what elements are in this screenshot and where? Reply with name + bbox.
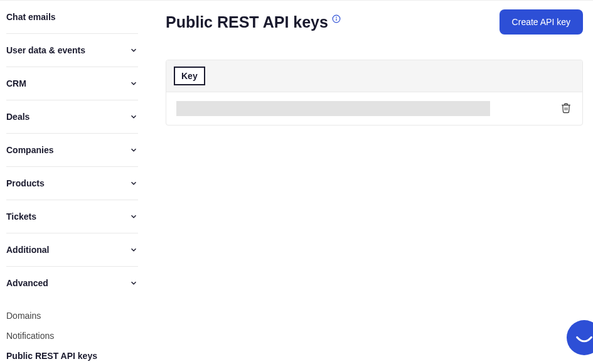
chevron-down-icon xyxy=(129,112,138,121)
page-title: Public REST API keys xyxy=(166,13,328,31)
sidebar-item-label: User data & events xyxy=(6,45,85,55)
column-header-key[interactable]: Key xyxy=(174,67,205,85)
table-header: Key xyxy=(166,60,582,92)
sidebar: Chat emails User data & events CRM Deals… xyxy=(0,1,144,364)
chevron-down-icon xyxy=(129,46,138,55)
svg-point-2 xyxy=(336,17,337,18)
sidebar-subitem-label: Public REST API keys xyxy=(6,351,97,361)
sidebar-item-label: Advanced xyxy=(6,278,48,288)
sidebar-item-label: CRM xyxy=(6,78,26,88)
sidebar-item-companies[interactable]: Companies xyxy=(6,134,138,167)
chevron-down-icon xyxy=(129,212,138,221)
sidebar-item-label: Deals xyxy=(6,112,29,122)
chevron-down-icon xyxy=(129,279,138,287)
sidebar-item-label: Products xyxy=(6,178,45,188)
trash-icon xyxy=(560,102,572,115)
sidebar-subitem-label: Notifications xyxy=(6,331,54,341)
sidebar-item-label: Chat emails xyxy=(6,12,56,22)
sidebar-item-deals[interactable]: Deals xyxy=(6,100,138,134)
sidebar-subitem-public-rest-api-keys[interactable]: Public REST API keys xyxy=(6,346,138,364)
info-icon[interactable] xyxy=(332,14,341,23)
create-api-key-button[interactable]: Create API key xyxy=(500,9,583,35)
sidebar-item-additional[interactable]: Additional xyxy=(6,233,138,267)
api-key-masked-value xyxy=(176,101,490,116)
sidebar-item-products[interactable]: Products xyxy=(6,167,138,200)
sidebar-item-tickets[interactable]: Tickets xyxy=(6,200,138,233)
page-title-wrap: Public REST API keys xyxy=(166,13,341,31)
api-keys-table: Key xyxy=(166,60,583,126)
sidebar-item-chat-emails[interactable]: Chat emails xyxy=(6,1,138,34)
sidebar-item-label: Tickets xyxy=(6,211,36,222)
sidebar-subitems-advanced: Domains Notifications Public REST API ke… xyxy=(6,299,138,364)
chat-smile-icon xyxy=(574,326,593,350)
main-content: Public REST API keys Create API key Key xyxy=(144,1,593,364)
sidebar-item-crm[interactable]: CRM xyxy=(6,67,138,100)
chevron-down-icon xyxy=(129,79,138,88)
header-row: Public REST API keys Create API key xyxy=(166,9,583,35)
sidebar-item-advanced[interactable]: Advanced xyxy=(6,267,138,299)
sidebar-subitem-notifications[interactable]: Notifications xyxy=(6,326,138,346)
sidebar-item-label: Companies xyxy=(6,145,53,155)
sidebar-subitem-domains[interactable]: Domains xyxy=(6,306,138,326)
chevron-down-icon xyxy=(129,146,138,154)
sidebar-item-user-data-events[interactable]: User data & events xyxy=(6,34,138,67)
chevron-down-icon xyxy=(129,179,138,188)
sidebar-item-label: Additional xyxy=(6,245,49,255)
table-row xyxy=(166,92,582,125)
delete-key-button[interactable] xyxy=(560,102,572,115)
chevron-down-icon xyxy=(129,245,138,254)
sidebar-subitem-label: Domains xyxy=(6,311,41,321)
